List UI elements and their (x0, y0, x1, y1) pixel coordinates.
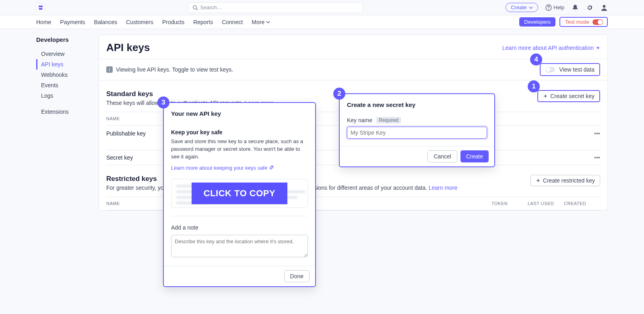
help-icon (545, 4, 552, 11)
click-to-copy-button[interactable]: CLICK TO COPY (192, 183, 287, 204)
sidebar-item-extensions[interactable]: Extensions (36, 107, 99, 117)
sidebar-title: Developers (36, 36, 99, 43)
settings-button[interactable] (586, 4, 593, 11)
sidebar-item-overview[interactable]: Overview (36, 49, 99, 59)
done-button[interactable]: Done (284, 270, 310, 282)
nav-balances[interactable]: Balances (94, 19, 118, 25)
search-placeholder: Search… (200, 4, 222, 10)
col-token: TOKEN (491, 201, 528, 206)
chevron-down-icon (529, 6, 533, 9)
note-label: Add a note (171, 224, 308, 231)
sidebar-item-apikeys[interactable]: API keys (36, 59, 99, 70)
api-key-display: CLICK TO COPY (171, 179, 308, 208)
topbar: Search… Create Help (0, 0, 644, 15)
test-mode-toggle[interactable]: Test mode (559, 17, 608, 27)
main-nav: Home Payments Balances Customers Product… (0, 15, 644, 29)
developers-tab[interactable]: Developers (519, 17, 555, 27)
person-icon (601, 4, 608, 11)
create-secret-key-dialog: 2 Create a new secret key Key name Requi… (339, 93, 495, 167)
nav-more[interactable]: More (252, 19, 270, 25)
restricted-learn-more-link[interactable]: Learn more (429, 185, 458, 191)
nav-connect[interactable]: Connect (222, 19, 243, 25)
create-button[interactable]: Create (460, 150, 489, 162)
dialog-title: Your new API key (171, 110, 308, 117)
note-textarea[interactable] (171, 235, 308, 257)
row-actions-button[interactable]: ••• (588, 130, 600, 137)
info-icon: i (106, 66, 113, 73)
nav-products[interactable]: Products (162, 19, 184, 25)
dialog-title: Create a new secret key (347, 101, 487, 108)
nav-payments[interactable]: Payments (60, 19, 85, 25)
gear-icon (586, 4, 593, 11)
external-link-icon (269, 165, 274, 170)
col-lastused: LAST USED (528, 201, 564, 206)
info-text: Viewing live API keys. Toggle to view te… (116, 66, 233, 73)
plus-icon (543, 94, 548, 99)
nav-home[interactable]: Home (36, 19, 51, 25)
keep-safe-desc: Save and store this new key to a secure … (171, 138, 308, 161)
row-actions-button[interactable]: ••• (588, 154, 600, 161)
app-logo[interactable] (36, 3, 45, 12)
svg-line-1 (196, 8, 198, 10)
profile-button[interactable] (601, 4, 608, 11)
chevron-down-icon (266, 21, 270, 23)
toggle-on-icon (592, 19, 603, 25)
nav-customers[interactable]: Customers (126, 19, 153, 25)
notifications-button[interactable] (572, 4, 579, 11)
search-input[interactable]: Search… (188, 2, 363, 13)
cancel-button[interactable]: Cancel (427, 150, 457, 162)
create-button[interactable]: Create (506, 3, 538, 12)
key-name-label: Key name (347, 117, 372, 123)
toggle-off-icon (545, 67, 555, 72)
col-created: CREATED (564, 201, 600, 206)
required-badge: Required (376, 117, 401, 123)
sidebar-item-logs[interactable]: Logs (36, 90, 99, 101)
nav-reports[interactable]: Reports (193, 19, 213, 25)
create-secret-key-button[interactable]: Create secret key (537, 90, 600, 102)
search-icon (192, 5, 198, 10)
create-restricted-key-button[interactable]: Create restricted key (530, 175, 600, 186)
sidebar: Developers Overview API keys Webhooks Ev… (36, 35, 99, 211)
keep-safe-title: Keep your key safe (171, 129, 308, 135)
svg-point-3 (603, 5, 606, 8)
arrow-right-icon (595, 45, 600, 50)
step-badge-2: 2 (333, 88, 345, 100)
standard-keys-title: Standard keys (106, 90, 274, 98)
plus-icon (536, 178, 541, 183)
help-link[interactable]: Help (545, 4, 564, 11)
keep-safe-link[interactable]: Learn more about keeping your keys safe (171, 165, 308, 171)
page-title: API keys (106, 41, 150, 54)
sidebar-item-webhooks[interactable]: Webhooks (36, 70, 99, 80)
step-badge-3: 3 (157, 96, 169, 109)
view-test-data-toggle[interactable]: View test data (540, 63, 600, 76)
svg-point-0 (193, 5, 196, 9)
new-api-key-dialog: 3 Your new API key Keep your key safe Sa… (163, 102, 316, 287)
store-icon (38, 5, 43, 10)
key-name-input[interactable] (347, 127, 487, 139)
sidebar-item-events[interactable]: Events (36, 80, 99, 90)
bell-icon (572, 4, 578, 11)
learn-auth-link[interactable]: Learn more about API authentication (502, 45, 600, 51)
